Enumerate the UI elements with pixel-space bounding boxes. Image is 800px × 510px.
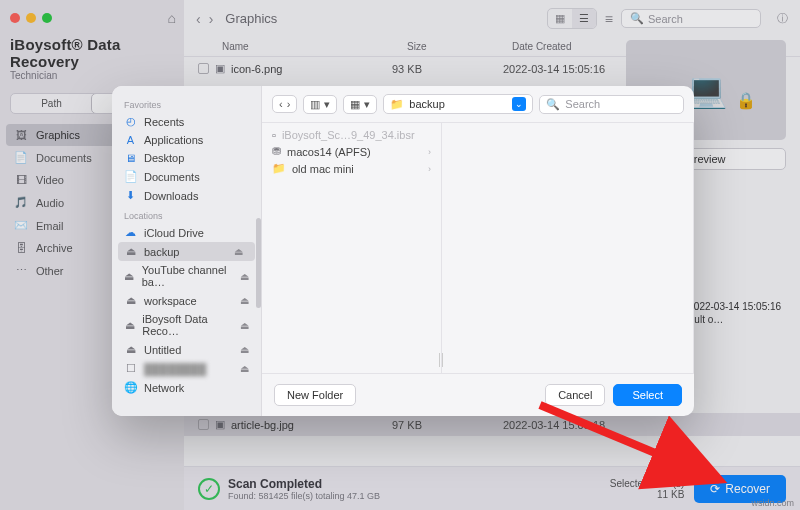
save-location-dialog: Favorites ◴Recents AApplications 🖥Deskto… — [112, 86, 694, 416]
columns-icon: ▥ — [310, 98, 320, 111]
select-button[interactable]: Select — [613, 384, 682, 406]
dialog-sidebar: Favorites ◴Recents AApplications 🖥Deskto… — [112, 86, 262, 416]
desktop-icon: 🖥 — [124, 152, 137, 164]
sidebar-backup-drive[interactable]: ⏏backup⏏ — [118, 242, 255, 261]
eject-icon[interactable]: ⏏ — [240, 344, 249, 355]
list-item[interactable]: 📁old mac mini› — [262, 160, 441, 177]
column-1[interactable]: ▫iBoysoft_Sc…9_49_34.ibsr ⛃macos14 (APFS… — [262, 123, 442, 373]
network-icon: 🌐 — [124, 381, 137, 394]
sidebar-downloads[interactable]: ⬇Downloads — [112, 186, 261, 205]
dialog-footer: New Folder Cancel Select — [262, 373, 694, 416]
folder-icon: 📁 — [272, 162, 286, 175]
location-dropdown[interactable]: 📁 backup ⌄ — [383, 94, 533, 114]
list-item[interactable]: ▫iBoysoft_Sc…9_49_34.ibsr — [262, 127, 441, 143]
document-icon: ▫ — [272, 129, 276, 141]
cloud-icon: ☁︎ — [124, 226, 137, 239]
grid-icon: ▦ — [350, 98, 360, 111]
sidebar-documents[interactable]: 📄Documents — [112, 167, 261, 186]
chevron-down-icon: ▾ — [364, 98, 370, 111]
drive-icon: ⏏ — [124, 319, 135, 332]
chevron-right-icon: › — [428, 164, 431, 174]
locations-label: Locations — [112, 205, 261, 223]
sidebar-recents[interactable]: ◴Recents — [112, 112, 261, 131]
sidebar-drive[interactable]: ⏏workspace⏏ — [112, 291, 261, 310]
eject-icon[interactable]: ⏏ — [234, 246, 243, 257]
disk-icon: ⛃ — [272, 145, 281, 158]
chevron-left-icon[interactable]: ‹ — [279, 98, 283, 110]
cancel-button[interactable]: Cancel — [545, 384, 605, 406]
eject-icon[interactable]: ⏏ — [240, 320, 249, 331]
drive-icon: ⏏ — [124, 270, 135, 283]
sidebar-drive[interactable]: ⏏iBoysoft Data Reco…⏏ — [112, 310, 261, 340]
sidebar-drive[interactable]: ⏏Untitled⏏ — [112, 340, 261, 359]
drive-icon: ⏏ — [124, 343, 137, 356]
chevron-down-icon: ▾ — [324, 98, 330, 111]
eject-icon[interactable]: ⏏ — [240, 295, 249, 306]
eject-icon[interactable]: ⏏ — [240, 271, 249, 282]
dialog-main: ‹› ▥▾ ▦▾ 📁 backup ⌄ 🔍 Search ▫iBoysoft_S… — [262, 86, 694, 416]
sidebar-desktop[interactable]: 🖥Desktop — [112, 149, 261, 167]
clock-icon: ◴ — [124, 115, 137, 128]
favorites-label: Favorites — [112, 94, 261, 112]
sidebar-applications[interactable]: AApplications — [112, 131, 261, 149]
drive-icon: ⏏ — [124, 245, 137, 258]
chevron-right-icon: › — [428, 147, 431, 157]
sidebar-icloud[interactable]: ☁︎iCloud Drive — [112, 223, 261, 242]
nav-back-forward[interactable]: ‹› — [272, 95, 297, 113]
group-by-button[interactable]: ▦▾ — [343, 95, 377, 114]
dropdown-arrows-icon: ⌄ — [512, 97, 526, 111]
chevron-right-icon[interactable]: › — [287, 98, 291, 110]
folder-icon: 📁 — [390, 98, 404, 111]
sidebar-drive[interactable]: ⏏YouTube channel ba…⏏ — [112, 261, 261, 291]
new-folder-button[interactable]: New Folder — [274, 384, 356, 406]
list-item[interactable]: ⛃macos14 (APFS)› — [262, 143, 441, 160]
sidebar-drive-blurred[interactable]: ☐████████⏏ — [112, 359, 261, 378]
column-2[interactable] — [444, 123, 694, 373]
dialog-search[interactable]: 🔍 Search — [539, 95, 684, 114]
documents-icon: 📄 — [124, 170, 137, 183]
eject-icon[interactable]: ⏏ — [240, 363, 249, 374]
search-icon: 🔍 — [546, 98, 560, 111]
drive-icon: ⏏ — [124, 294, 137, 307]
column-browser: ▫iBoysoft_Sc…9_49_34.ibsr ⛃macos14 (APFS… — [262, 123, 694, 373]
dialog-toolbar: ‹› ▥▾ ▦▾ 📁 backup ⌄ 🔍 Search — [262, 86, 694, 123]
drive-icon: ☐ — [124, 362, 137, 375]
view-columns-button[interactable]: ▥▾ — [303, 95, 337, 114]
apps-icon: A — [124, 134, 137, 146]
sidebar-scrollbar[interactable] — [256, 218, 261, 308]
watermark: wsidn.com — [751, 498, 794, 508]
downloads-icon: ⬇ — [124, 189, 137, 202]
sidebar-network[interactable]: 🌐Network — [112, 378, 261, 397]
